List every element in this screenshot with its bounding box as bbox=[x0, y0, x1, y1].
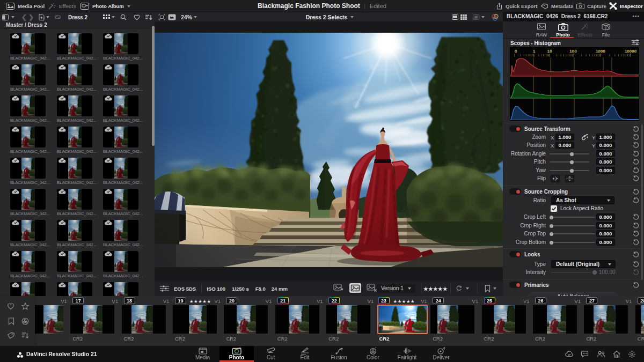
svg-text:10: 10 bbox=[547, 49, 552, 54]
svg-text:0: 0 bbox=[515, 49, 517, 54]
svg-text:100: 100 bbox=[569, 49, 577, 54]
svg-text:10000: 10000 bbox=[625, 49, 637, 54]
svg-text:1000: 1000 bbox=[596, 49, 605, 54]
svg-text:1: 1 bbox=[533, 49, 536, 54]
